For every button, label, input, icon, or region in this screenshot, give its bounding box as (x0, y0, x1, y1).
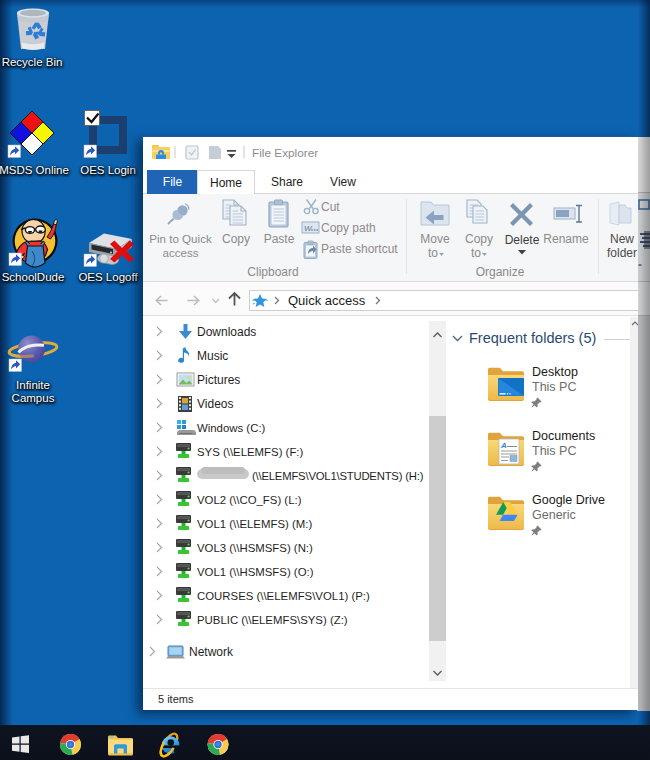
svg-text:Pictures: Pictures (197, 373, 240, 387)
svg-text:Pin to Quick: Pin to Quick (149, 232, 212, 245)
svg-text:Rename: Rename (543, 232, 589, 246)
svg-text:Copy: Copy (222, 232, 250, 246)
svg-text:VOL3 (\\HSMSFS) (N:): VOL3 (\\HSMSFS) (N:) (197, 542, 313, 554)
svg-text:OES Logoff: OES Logoff (78, 271, 138, 283)
svg-text:Infinite: Infinite (16, 379, 50, 391)
svg-text:New: New (610, 232, 634, 246)
svg-text:Music: Music (197, 349, 228, 363)
svg-text:MSDS Online: MSDS Online (0, 164, 69, 176)
svg-text:Copy path: Copy path (321, 221, 376, 235)
svg-text:Campus: Campus (12, 392, 55, 404)
svg-text:VOL1 (\\ELEMFS) (M:): VOL1 (\\ELEMFS) (M:) (197, 518, 312, 530)
svg-text:folder: folder (607, 246, 637, 260)
svg-text:Generic: Generic (532, 508, 576, 522)
svg-text:COURSES (\\ELEMFS\VOL1) (P:): COURSES (\\ELEMFS\VOL1) (P:) (197, 590, 370, 602)
svg-text:This PC: This PC (532, 444, 576, 458)
svg-text:Frequent folders (5): Frequent folders (5) (469, 330, 596, 346)
svg-text:Network: Network (189, 645, 234, 659)
svg-text:Downloads: Downloads (197, 325, 256, 339)
svg-text:Recycle Bin: Recycle Bin (2, 56, 63, 68)
svg-text:File Explorer: File Explorer (252, 146, 318, 160)
svg-text:VOL1 (\\HSMSFS) (O:): VOL1 (\\HSMSFS) (O:) (197, 566, 314, 578)
svg-text:Videos: Videos (197, 397, 233, 411)
svg-text:Google Drive: Google Drive (532, 493, 605, 507)
svg-text:to: to (428, 246, 438, 260)
svg-text:access: access (162, 246, 198, 259)
svg-text:Quick access: Quick access (288, 293, 366, 308)
svg-text:(\\ELEMFS\VOL1\STUDENTS) (H:): (\\ELEMFS\VOL1\STUDENTS) (H:) (252, 470, 424, 482)
svg-text:Desktop: Desktop (532, 365, 578, 379)
svg-text:Cut: Cut (321, 200, 340, 214)
svg-text:Organize: Organize (476, 265, 525, 279)
svg-text:to: to (471, 246, 481, 260)
svg-text:Paste: Paste (264, 232, 295, 246)
svg-text:OES Login: OES Login (80, 164, 136, 176)
svg-text:Clipboard: Clipboard (247, 265, 298, 279)
svg-text:This PC: This PC (532, 380, 576, 394)
svg-text:SYS (\\ELEMFS) (F:): SYS (\\ELEMFS) (F:) (197, 446, 304, 458)
svg-text:SchoolDude: SchoolDude (2, 271, 65, 283)
svg-text:Documents: Documents (532, 429, 595, 443)
svg-text:A: A (500, 441, 507, 450)
svg-text:PUBLIC (\\ELEMFS\SYS) (Z:): PUBLIC (\\ELEMFS\SYS) (Z:) (197, 614, 348, 626)
svg-text:Paste shortcut: Paste shortcut (321, 242, 398, 256)
svg-text:Move: Move (420, 232, 450, 246)
svg-text:Windows (C:): Windows (C:) (197, 422, 266, 434)
svg-text:Delete: Delete (505, 233, 540, 247)
svg-text:Copy: Copy (465, 232, 493, 246)
svg-text:VOL2 (\\CO_FS) (L:): VOL2 (\\CO_FS) (L:) (197, 494, 302, 506)
